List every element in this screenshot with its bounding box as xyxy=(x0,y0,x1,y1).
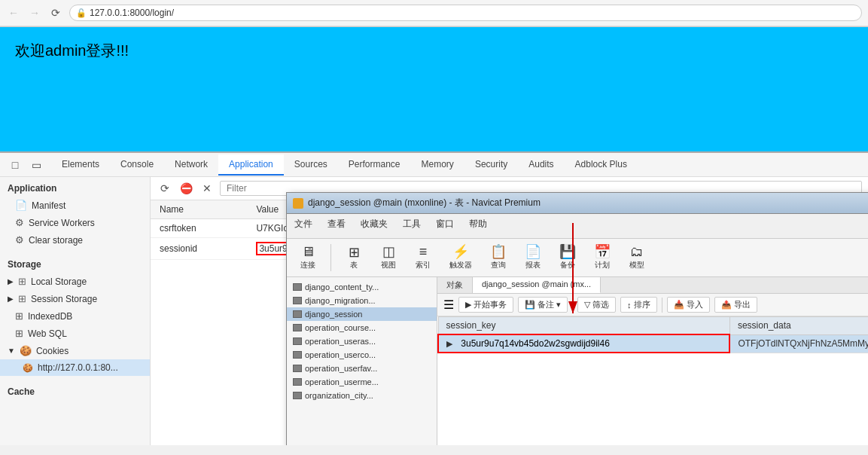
navicat-table-row[interactable]: operation_userco... xyxy=(287,348,437,362)
report-label: 报表 xyxy=(525,260,541,270)
sidebar-item-indexeddb[interactable]: ⊞ IndexedDB xyxy=(0,307,150,325)
block-button[interactable]: ⛔ xyxy=(178,180,194,197)
table-name-8: operation_userme... xyxy=(305,377,379,386)
backup-btn[interactable]: 💾 备注 ▾ xyxy=(518,297,568,313)
connect-label: 连接 xyxy=(300,260,315,270)
hamburger-menu-icon[interactable]: ☰ xyxy=(443,298,454,312)
navicat-index-btn[interactable]: ≡ 索引 xyxy=(408,242,438,273)
row-name-session: sessionid xyxy=(151,238,247,260)
devtools-main: Application 📄 Manifest ⚙ Service Workers… xyxy=(0,177,868,445)
refresh-button[interactable]: ⟳ xyxy=(157,180,173,197)
table-name-6: operation_userco... xyxy=(305,350,376,359)
export-btn[interactable]: 📤 导出 xyxy=(714,297,757,313)
navicat-connect-btn[interactable]: 🖥 连接 xyxy=(293,242,323,273)
col-name-header: Name xyxy=(151,200,247,219)
local-storage-arrow: ▶ xyxy=(8,277,14,286)
sidebar-item-clear-storage[interactable]: ⚙ Clear storage xyxy=(0,231,150,249)
navicat-table-row-active[interactable]: django_session xyxy=(287,307,437,321)
menu-window[interactable]: 窗口 xyxy=(428,215,461,237)
service-workers-label: Service Workers xyxy=(29,218,95,228)
import-label: 导入 xyxy=(687,299,703,310)
navicat-backup-btn[interactable]: 💾 备份 xyxy=(553,242,583,273)
navicat-table-row[interactable]: django_migration... xyxy=(287,294,437,307)
navicat-data-tabs: 对象 django_session @main (mx... xyxy=(437,277,868,294)
reload-button[interactable]: ⟳ xyxy=(48,5,63,20)
navicat-schedule-btn[interactable]: 📅 计划 xyxy=(587,242,617,273)
tab-elements[interactable]: Elements xyxy=(51,154,110,176)
url-text: 127.0.0.1:8000/login/ xyxy=(90,8,174,18)
url-bar[interactable]: 🔓 127.0.0.1:8000/login/ xyxy=(69,5,862,21)
import-btn[interactable]: 📥 导入 xyxy=(667,297,710,313)
sort-label: 排序 xyxy=(634,299,650,310)
navicat-table-row[interactable]: django_content_ty... xyxy=(287,280,437,294)
menu-help[interactable]: 帮助 xyxy=(461,215,495,237)
navicat-table-row[interactable]: operation_useras... xyxy=(287,334,437,348)
navicat-table-btn[interactable]: ⊞ 表 xyxy=(339,243,369,273)
tab-audits[interactable]: Audits xyxy=(518,154,564,176)
navicat-query-btn[interactable]: 📋 查询 xyxy=(483,242,513,273)
navicat-table-data-tab[interactable]: django_session @main (mx... xyxy=(473,277,601,293)
navicat-menubar: 文件 查看 收藏夹 工具 窗口 帮助 登录 xyxy=(287,214,868,239)
sidebar-item-web-sql[interactable]: ⊞ Web SQL xyxy=(0,325,150,342)
tab-application[interactable]: Application xyxy=(218,154,284,176)
backup-dropdown-icon: ▾ xyxy=(556,300,561,310)
index-icon: ≡ xyxy=(419,245,428,258)
table-icon-3 xyxy=(293,310,302,318)
navicat-table-row[interactable]: organization_city... xyxy=(287,389,437,402)
begin-transaction-label: 开始事务 xyxy=(474,299,507,310)
clear-storage-icon: ⚙ xyxy=(15,234,24,246)
filter-btn[interactable]: ▽ 筛选 xyxy=(577,297,616,313)
session-storage-header[interactable]: ▶ ⊞ Session Storage xyxy=(0,290,150,307)
tab-sources[interactable]: Sources xyxy=(284,154,338,176)
device-icon[interactable]: ▭ xyxy=(27,156,45,174)
web-sql-icon: ⊞ xyxy=(15,328,23,339)
begin-transaction-btn[interactable]: ▶ 开始事务 xyxy=(458,297,513,313)
cookies-arrow: ▼ xyxy=(8,347,15,355)
back-button[interactable]: ← xyxy=(6,5,21,20)
tab-memory[interactable]: Memory xyxy=(411,154,464,176)
navicat-trigger-btn[interactable]: ⚡ 触发器 xyxy=(443,242,479,273)
devtools-sidebar: Application 📄 Manifest ⚙ Service Workers… xyxy=(0,177,151,445)
devtools-icons: □ ▭ xyxy=(0,156,51,174)
navicat-title: django_session @main (mxonline) - 表 - Na… xyxy=(293,197,541,209)
tab-console[interactable]: Console xyxy=(110,154,164,176)
filter-label: 筛选 xyxy=(592,299,609,310)
table-icon-5 xyxy=(293,337,302,345)
navicat-report-btn[interactable]: 📄 报表 xyxy=(518,242,548,273)
view-icon: ◫ xyxy=(382,245,395,258)
indexeddb-label: IndexedDB xyxy=(28,311,72,322)
local-storage-header[interactable]: ▶ ⊞ Local Storage xyxy=(0,273,150,290)
navicat-object-tab[interactable]: 对象 xyxy=(437,277,473,293)
table-icon-6 xyxy=(293,351,302,359)
menu-tools[interactable]: 工具 xyxy=(395,215,428,237)
inspect-icon[interactable]: □ xyxy=(6,156,24,174)
navicat-data-area[interactable]: session_key session_data ▶ 3u5ur9u7q14vb… xyxy=(437,316,868,445)
navicat-view-btn[interactable]: ◫ 视图 xyxy=(373,242,404,273)
tab-security[interactable]: Security xyxy=(464,154,518,176)
tab-network[interactable]: Network xyxy=(164,154,218,176)
begin-transaction-icon: ▶ xyxy=(465,300,471,310)
menu-view[interactable]: 查看 xyxy=(320,215,353,237)
table-name-9: organization_city... xyxy=(305,391,373,400)
navicat-table-row[interactable]: operation_userfav... xyxy=(287,362,437,375)
sidebar-item-manifest[interactable]: 📄 Manifest xyxy=(0,197,150,214)
devtools-panel: □ ▭ Elements Console Network Application… xyxy=(0,151,868,445)
menu-file[interactable]: 文件 xyxy=(287,215,320,237)
navicat-table-row[interactable]: operation_userme... xyxy=(287,375,437,389)
navicat-session-table: session_key session_data ▶ 3u5ur9u7q14vb… xyxy=(437,316,868,353)
cookies-url-item[interactable]: 🍪 http://127.0.0.1:80... xyxy=(0,359,150,376)
tab-performance[interactable]: Performance xyxy=(338,154,411,176)
navicat-model-btn[interactable]: 🗂 模型 xyxy=(622,242,652,273)
sort-btn[interactable]: ↕ 排序 xyxy=(620,297,657,313)
cookies-header[interactable]: ▼ 🍪 Cookies xyxy=(0,342,150,359)
forward-button[interactable]: → xyxy=(27,5,42,20)
application-section-title: Application xyxy=(0,177,150,197)
session-storage-group: ▶ ⊞ Session Storage xyxy=(0,290,150,307)
navicat-data-row[interactable]: ▶ 3u5ur9u7q14vb45do2w2sgwdijd9il46 OTFjO… xyxy=(438,334,868,353)
tab-adblock[interactable]: Adblock Plus xyxy=(565,154,638,176)
address-bar: ← → ⟳ 🔓 127.0.0.1:8000/login/ xyxy=(0,0,868,26)
menu-favorites[interactable]: 收藏夹 xyxy=(353,215,395,237)
clear-button[interactable]: ✕ xyxy=(199,180,215,197)
sidebar-item-service-workers[interactable]: ⚙ Service Workers xyxy=(0,214,150,231)
navicat-table-row[interactable]: operation_course... xyxy=(287,321,437,334)
